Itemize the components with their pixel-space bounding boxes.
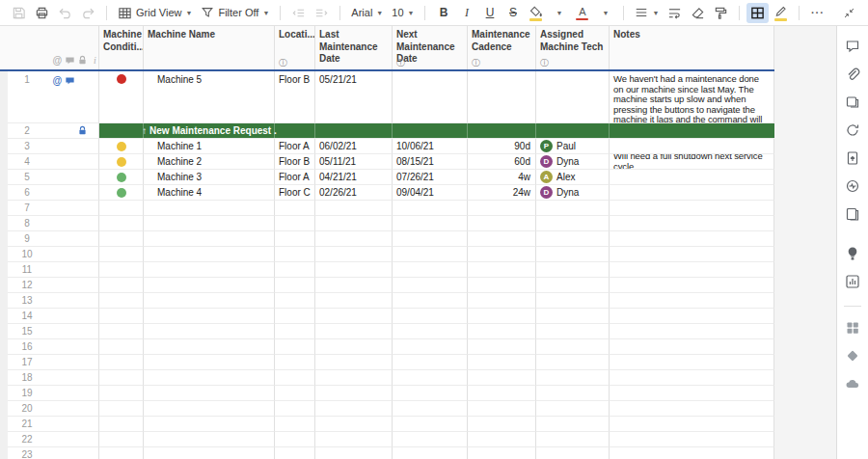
cell-notes[interactable]: [610, 278, 774, 293]
align-button[interactable]: ▼: [631, 3, 663, 23]
cell-machine-name[interactable]: [144, 355, 275, 370]
row-number[interactable]: 2: [8, 123, 46, 139]
cell-next-maintenance-date[interactable]: 09/04/21: [393, 185, 468, 201]
column-header-cadence[interactable]: Maintenance Cadenceⓘ: [468, 26, 536, 69]
whats-new-balloon-icon[interactable]: [841, 242, 864, 265]
row-number[interactable]: 20: [8, 401, 46, 417]
cell-last-maintenance-date[interactable]: 06/02/21: [315, 139, 393, 154]
cell-machine-condition[interactable]: [99, 139, 144, 154]
cell-assigned-tech[interactable]: [536, 432, 610, 447]
cell-next-maintenance-date[interactable]: [393, 447, 468, 459]
cell-maintenance-cadence[interactable]: 90d: [468, 139, 536, 154]
cell-machine-name[interactable]: [144, 386, 275, 401]
cell-notes[interactable]: [610, 262, 774, 278]
cell-next-maintenance-date[interactable]: [393, 231, 468, 247]
cell-maintenance-cadence[interactable]: [468, 293, 536, 309]
column-header-name[interactable]: Machine Name: [144, 26, 275, 69]
proofs-icon[interactable]: [841, 91, 864, 114]
cell-location[interactable]: [275, 201, 315, 216]
cell-machine-name[interactable]: [144, 293, 275, 309]
cell-machine-condition[interactable]: [99, 185, 144, 201]
cell-assigned-tech[interactable]: DDyna: [536, 154, 610, 170]
cell-assigned-tech[interactable]: AAlex: [536, 170, 610, 185]
column-header-condition[interactable]: Machine Conditi...: [99, 26, 144, 69]
cell-notes[interactable]: [610, 170, 774, 185]
cell-next-maintenance-date[interactable]: [393, 262, 468, 278]
format-painter-icon[interactable]: [710, 3, 732, 23]
cell-location[interactable]: [275, 447, 315, 459]
cell-location[interactable]: [275, 309, 315, 324]
row-number[interactable]: 23: [8, 447, 46, 459]
cell-assigned-tech[interactable]: [536, 447, 610, 459]
cell-last-maintenance-date[interactable]: [315, 201, 393, 216]
cell-next-maintenance-date[interactable]: [393, 370, 468, 386]
cell-machine-name[interactable]: Machine 2: [144, 154, 275, 170]
cell-assigned-tech[interactable]: [536, 401, 610, 417]
cell-assigned-tech[interactable]: [536, 262, 610, 278]
cell-last-maintenance-date[interactable]: [315, 309, 393, 324]
cell-location[interactable]: [275, 417, 315, 432]
cell-location[interactable]: [275, 324, 315, 339]
cell-last-maintenance-date[interactable]: [315, 417, 393, 432]
row-number[interactable]: 13: [8, 293, 46, 309]
cell-maintenance-cadence[interactable]: [468, 401, 536, 417]
lock-indicator-icon[interactable]: [76, 124, 89, 137]
wrap-text-icon[interactable]: [664, 3, 686, 23]
outdent-icon[interactable]: [287, 3, 310, 23]
info-icon[interactable]: ⓘ: [472, 58, 480, 68]
row-number[interactable]: 19: [8, 386, 46, 401]
row-number[interactable]: 5: [8, 170, 46, 185]
cell-assigned-tech[interactable]: [536, 293, 610, 309]
cell-notes[interactable]: [610, 231, 774, 247]
premium-diamond-icon[interactable]: [841, 344, 864, 367]
cell-machine-condition[interactable]: [99, 432, 144, 447]
comment-indicator-icon[interactable]: [64, 74, 76, 87]
print-icon[interactable]: [31, 3, 53, 23]
cell-machine-name[interactable]: [144, 417, 275, 432]
cell-notes[interactable]: [610, 417, 774, 432]
row-number[interactable]: 17: [8, 355, 46, 370]
strikethrough-button[interactable]: S: [502, 3, 524, 23]
cell-location[interactable]: Floor B: [275, 71, 315, 123]
cell-machine-condition[interactable]: [99, 324, 144, 339]
cell-machine-name[interactable]: [144, 309, 275, 324]
cell-next-maintenance-date[interactable]: [393, 293, 468, 309]
cell-location[interactable]: [275, 231, 315, 247]
cell-location[interactable]: [275, 432, 315, 447]
column-header-location[interactable]: Locati...ⓘ: [275, 26, 315, 69]
cell-next-maintenance-date[interactable]: [393, 278, 468, 293]
cell-maintenance-cadence[interactable]: 24w: [468, 185, 536, 201]
cell-machine-condition[interactable]: [99, 386, 144, 401]
undo-icon[interactable]: [54, 3, 76, 23]
cell-machine-name[interactable]: [144, 247, 275, 262]
cell-location[interactable]: [275, 293, 315, 309]
fill-color-caret[interactable]: ▼: [548, 3, 570, 23]
cell-machine-name[interactable]: [144, 401, 275, 417]
cell-next-maintenance-date[interactable]: [393, 432, 468, 447]
cell-last-maintenance-date[interactable]: 05/11/21: [315, 154, 393, 170]
cell-last-maintenance-date[interactable]: [315, 324, 393, 339]
publish-icon[interactable]: [841, 147, 864, 170]
cell-notes[interactable]: [610, 339, 774, 355]
column-header-next[interactable]: Next Maintenance Dateⓘ: [393, 26, 468, 69]
row-number[interactable]: 14: [8, 309, 46, 324]
cell-machine-name[interactable]: [144, 231, 275, 247]
row-number[interactable]: 15: [8, 324, 46, 339]
cell-assigned-tech[interactable]: [536, 216, 610, 231]
cloud-icon[interactable]: [841, 372, 864, 395]
text-color-caret[interactable]: ▼: [594, 3, 616, 23]
cell-machine-condition[interactable]: [99, 201, 144, 216]
cell-next-maintenance-date[interactable]: [393, 201, 468, 216]
cell-notes[interactable]: [610, 432, 774, 447]
collapse-toolbar-icon[interactable]: [838, 3, 860, 23]
row-number[interactable]: 11: [8, 262, 46, 278]
clear-format-eraser-icon[interactable]: [687, 3, 709, 23]
cell-next-maintenance-date[interactable]: [393, 71, 468, 123]
cell-maintenance-cadence[interactable]: 60d: [468, 154, 536, 170]
cell-next-maintenance-date[interactable]: 08/15/21: [393, 154, 468, 170]
cell-assigned-tech[interactable]: [536, 71, 610, 123]
cell-notes[interactable]: [610, 401, 774, 417]
activity-log-icon[interactable]: [841, 175, 864, 198]
cell-notes[interactable]: [610, 355, 774, 370]
cell-machine-condition[interactable]: [99, 447, 144, 459]
